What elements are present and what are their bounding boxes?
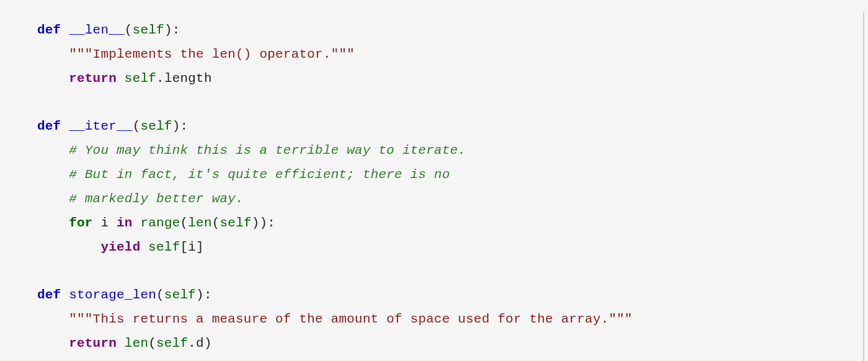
code-token: ( (180, 216, 188, 230)
code-line: def storage_len(self): (37, 283, 838, 308)
code-token: ( (212, 216, 220, 230)
code-token: i (188, 240, 196, 254)
code-token: range (140, 216, 180, 230)
code-line: """This returns a measure of the amount … (37, 308, 838, 332)
code-token: ): (164, 23, 180, 37)
code-token: self (133, 23, 164, 37)
code-token: # You may think this is a terrible way t… (69, 143, 466, 158)
code-line: # markedly better way. (37, 187, 838, 212)
code-token: yield (100, 240, 140, 254)
code-line: # You may think this is a terrible way t… (37, 139, 838, 163)
code-token: ( (156, 288, 164, 302)
code-token: self (156, 336, 188, 350)
code-line: for i in range(len(self)): (37, 212, 838, 236)
code-token: __iter__ (69, 119, 132, 133)
code-token: __len__ (69, 23, 125, 37)
code-token: ) (204, 336, 212, 350)
code-line: return len(self.d) (37, 332, 838, 356)
code-token: ): (172, 119, 188, 133)
code-token: ( (125, 23, 133, 37)
code-token: # But in fact, it's quite efficient; the… (69, 167, 450, 182)
code-token: self (148, 240, 180, 254)
code-token: ] (196, 240, 204, 254)
code-line: """Implements the len() operator.""" (37, 43, 838, 67)
code-line (37, 259, 838, 283)
code-line: def __iter__(self): (37, 115, 838, 139)
code-token: . (156, 71, 164, 86)
code-line: yield self[i] (37, 236, 838, 260)
code-line: # But in fact, it's quite efficient; the… (37, 163, 838, 187)
code-token: self (164, 288, 196, 302)
code-token: in (117, 216, 133, 230)
code-token: self (125, 71, 156, 86)
code-token: ( (148, 336, 156, 350)
code-line: return self.length (37, 67, 838, 91)
code-token: ): (196, 288, 212, 302)
code-token: def (37, 288, 61, 302)
code-token: length (164, 71, 212, 86)
code-token (117, 336, 125, 350)
code-token: len (188, 216, 211, 230)
code-token: def (37, 23, 61, 37)
code-token: ( (133, 119, 141, 133)
code-token (117, 71, 125, 86)
code-token (61, 119, 69, 133)
code-token: len (125, 336, 148, 350)
code-token: """Implements the len() operator.""" (69, 47, 355, 61)
code-token (140, 240, 148, 254)
code-token: [ (180, 240, 188, 254)
code-token (61, 288, 69, 302)
code-token: """This returns a measure of the amount … (69, 312, 632, 326)
code-token (61, 23, 69, 37)
code-token: def (37, 119, 61, 133)
code-token: self (220, 216, 252, 230)
code-block: def __len__(self): """Implements the len… (0, 12, 864, 361)
code-token: i (100, 216, 108, 230)
code-line: def __len__(self): (37, 19, 838, 43)
code-token: return (69, 336, 117, 350)
code-token: storage_len (69, 288, 156, 302)
code-token: for (69, 216, 92, 230)
code-line (37, 91, 838, 115)
code-token: # markedly better way. (69, 192, 244, 206)
code-token: )): (252, 216, 275, 230)
code-token: . (188, 336, 196, 350)
code-token: d (196, 336, 204, 350)
code-token: self (140, 119, 172, 133)
code-token (108, 216, 117, 230)
code-token: return (69, 71, 117, 86)
code-token (93, 216, 101, 230)
code-token (133, 216, 141, 230)
